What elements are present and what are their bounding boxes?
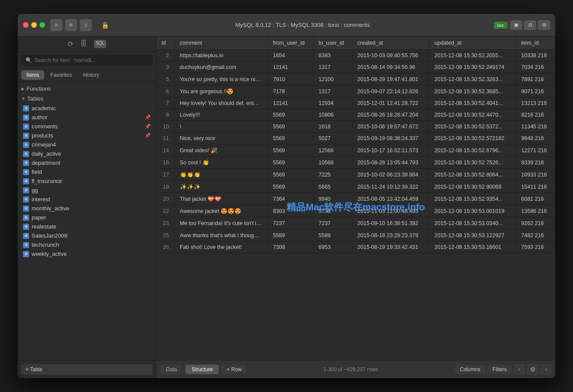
- table-icon: ⊞: [23, 105, 29, 111]
- maximize-button[interactable]: [39, 22, 45, 28]
- tag-button[interactable]: loc: [494, 22, 508, 29]
- tab-structure[interactable]: Structure: [186, 365, 219, 374]
- sidebar-item-field[interactable]: ⊞ field: [18, 167, 156, 176]
- sidebar-icons: ⟳ 🗄 SQL: [18, 36, 156, 52]
- data-table-container[interactable]: idcommentfrom_user_idto_user_idcreated_a…: [156, 36, 555, 360]
- table-row[interactable]: 26Fab shot! Love the jacket!730869532015…: [156, 242, 555, 253]
- table-row[interactable]: 14Great video! 🎉5569125662015-10-17 16:5…: [156, 144, 555, 157]
- cell-updated_at: 2015-12-08 15:30:52.9354...: [429, 193, 516, 205]
- table-row[interactable]: 25Aww thanks that's what I thought to lo…: [156, 229, 555, 242]
- cell-updated_at: 2015-12-08 15:30:52.4470...: [429, 109, 516, 121]
- cell-comment: Lovely!!!: [174, 109, 267, 121]
- sidebar-item-weekly_active[interactable]: ⊞ weekly_active: [18, 249, 156, 258]
- table-row[interactable]: 22Awesome jacket 😍😍😍830357302015-11-03 1…: [156, 205, 555, 217]
- table-icon: ⊞: [23, 160, 29, 166]
- cell-to_user_id: 6953: [313, 242, 352, 253]
- sidebar-item-paper[interactable]: ⊞ paper: [18, 213, 156, 222]
- col-header-to_user_id[interactable]: to_user_id: [313, 36, 352, 50]
- cell-comment: Nice, very nice: [174, 133, 267, 144]
- sidebar: ⟳ 🗄 SQL 🔍 Items Favorites History ▶ Func…: [18, 36, 156, 378]
- table-row[interactable]: 3duchuykun@gmail.com1214113172015-08-14 …: [156, 62, 555, 73]
- sql-icon[interactable]: SQL: [94, 40, 106, 48]
- sidebar-footer: + Table: [18, 360, 156, 378]
- list-button[interactable]: ≡: [80, 19, 92, 31]
- sidebar-item-crimejan4[interactable]: ⊞ crimejan4: [18, 140, 156, 149]
- cell-to_user_id: 5665: [313, 181, 352, 193]
- bottom-bar: Data Structure + Row 1-300 of ~429,237 r…: [156, 360, 555, 378]
- filters-button[interactable]: Filters: [487, 365, 512, 374]
- sidebar-item-interest[interactable]: ⊞ interest: [18, 195, 156, 204]
- table-row[interactable]: 19✨✨✨556956652015-11-24 10:12:39.3222015…: [156, 181, 555, 193]
- add-table-button[interactable]: + Table: [21, 364, 153, 375]
- table-row[interactable]: 7Hey lovely! You should def. enter the C…: [156, 98, 555, 109]
- minimize-button[interactable]: [31, 22, 37, 28]
- prev-button[interactable]: ‹: [514, 364, 525, 375]
- stop-button[interactable]: ✕: [50, 19, 62, 31]
- search-input[interactable]: [35, 57, 148, 63]
- table-row[interactable]: 2https://tableplus.io165483832015-10-03 …: [156, 50, 555, 62]
- functions-label: Functions: [26, 85, 51, 92]
- search-bar[interactable]: 🔍: [21, 55, 153, 66]
- sidebar-item-realestate[interactable]: ⊞ realestate: [18, 222, 156, 231]
- tab-data[interactable]: Data: [160, 365, 183, 374]
- refresh-icon[interactable]: ⟳: [68, 40, 73, 48]
- cell-updated_at: 2015-12-08 15:30:52.4041...: [429, 98, 516, 109]
- close-button[interactable]: [23, 22, 29, 28]
- col-header-from_user_id[interactable]: from_user_id: [267, 36, 313, 50]
- cell-updated_at: 2015-12-08 15:30:52.572182: [429, 133, 516, 144]
- table-row[interactable]: 5You're so pretty, this is a nice ni gor…: [156, 73, 555, 85]
- table-row[interactable]: 16So cool ! 👏5569105682015-08-28 13:05:4…: [156, 157, 555, 169]
- table-row[interactable]: 17👏👏👏556972252015-10-02 06:23:38.8842015…: [156, 169, 555, 181]
- table-row[interactable]: 10\556916182015-10-06 19:57:47.6722015-1…: [156, 121, 555, 133]
- sidebar-item-academic[interactable]: ⊞ academic: [18, 104, 156, 113]
- col-header-updated_at[interactable]: updated_at: [429, 36, 516, 50]
- database-icon[interactable]: 🗄: [80, 40, 87, 48]
- gear-button[interactable]: ⚙: [527, 363, 539, 376]
- table-name: weekly_active: [32, 251, 67, 257]
- sidebar-item-techcrunch[interactable]: ⊞ techcrunch: [18, 240, 156, 249]
- cell-from_user_id: 12141: [267, 98, 313, 109]
- functions-section[interactable]: ▶ Functions: [18, 84, 156, 94]
- next-button[interactable]: ›: [540, 364, 552, 375]
- cell-from_user_id: 7364: [267, 193, 313, 205]
- sidebar-item-fl_insurance[interactable]: ⊞ fl_insurance: [18, 176, 156, 186]
- sidebar-item-gg[interactable]: ⊞ gg: [18, 186, 156, 195]
- table-name: interest: [32, 196, 50, 203]
- view-btn-3[interactable]: ⊞: [538, 20, 550, 30]
- cell-created_at: 2015-09-07 22:14:12.826: [352, 85, 429, 98]
- table-row[interactable]: 8Lovely!!!5569108062015-08-26 18:28:47.2…: [156, 109, 555, 121]
- columns-button[interactable]: Columns: [455, 365, 485, 374]
- tables-section[interactable]: ▼ Tables: [18, 94, 156, 104]
- sidebar-item-comments[interactable]: ⊞ comments 📌: [18, 122, 156, 131]
- sidebar-item-SalesJan2009[interactable]: ⊞ SalesJan2009: [18, 231, 156, 240]
- col-header-item_id[interactable]: item_id: [516, 36, 555, 50]
- traffic-lights: [23, 22, 45, 28]
- col-header-id[interactable]: id: [156, 36, 174, 50]
- tab-history[interactable]: History: [78, 70, 104, 80]
- cell-from_user_id: 7910: [267, 73, 313, 85]
- sidebar-item-daily_active[interactable]: ⊞ daily_active: [18, 149, 156, 158]
- cell-from_user_id: 7178: [267, 85, 313, 98]
- col-header-comment[interactable]: comment: [174, 36, 267, 50]
- table-name: SalesJan2009: [32, 232, 67, 239]
- table-row[interactable]: 23Me too Fernanda! It's cute isn't it 😊😍…: [156, 217, 555, 229]
- sidebar-item-products[interactable]: ⊞ products 📌: [18, 131, 156, 140]
- eye-button[interactable]: 👁: [65, 19, 77, 31]
- cell-item_id: 6081 216: [516, 193, 555, 205]
- sidebar-item-department[interactable]: ⊞ department: [18, 158, 156, 167]
- table-name: comments: [32, 123, 58, 130]
- add-row-button[interactable]: + Row: [221, 365, 247, 374]
- table-row[interactable]: 20That jacket 💝💝736499402015-08-05 13:42…: [156, 193, 555, 205]
- sidebar-item-monthly_active[interactable]: ⊞ monthly_active: [18, 204, 156, 213]
- tab-items[interactable]: Items: [21, 70, 44, 80]
- sidebar-item-author[interactable]: ⊞ author 📌: [18, 113, 156, 122]
- table-row[interactable]: 6You are gorgeous !!😍717813172015-09-07 …: [156, 85, 555, 98]
- table-name: crimejan4: [32, 141, 56, 148]
- view-btn-2[interactable]: ⊟: [524, 20, 536, 30]
- cell-from_user_id: 5569: [267, 109, 313, 121]
- tab-favorites[interactable]: Favorites: [45, 70, 77, 80]
- app-window: ✕ 👁 ≡ 🔒 MySQL 8.0.12 : TLS : MySQL 3308 …: [18, 14, 555, 378]
- view-btn-1[interactable]: ▣: [510, 20, 522, 30]
- col-header-created_at[interactable]: created_at: [352, 36, 429, 50]
- table-row[interactable]: 11Nice, very nice556950272015-09-19 08:3…: [156, 133, 555, 144]
